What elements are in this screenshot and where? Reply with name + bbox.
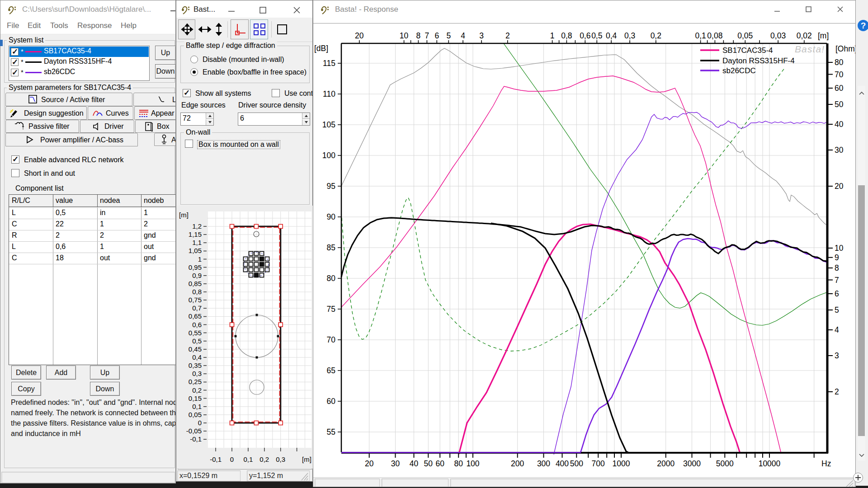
- svg-text:0,3: 0,3: [624, 31, 635, 40]
- svg-text:0,8: 0,8: [561, 31, 572, 40]
- svg-text:0,2: 0,2: [192, 386, 202, 394]
- svg-text:7: 7: [425, 31, 429, 40]
- svg-text:0,05: 0,05: [189, 411, 202, 418]
- svg-text:1: 1: [198, 255, 202, 263]
- svg-text:0: 0: [230, 455, 234, 463]
- svg-text:sb26CDC: sb26CDC: [722, 66, 756, 75]
- svg-text:7: 7: [835, 276, 839, 285]
- svg-text:0,3: 0,3: [276, 455, 285, 463]
- svg-text:SB17CAC35-4: SB17CAC35-4: [722, 46, 773, 55]
- svg-text:70: 70: [327, 335, 336, 344]
- svg-text:-0,1: -0,1: [190, 435, 202, 443]
- svg-text:4: 4: [461, 31, 465, 40]
- svg-text:6: 6: [434, 31, 439, 40]
- svg-text:55: 55: [327, 427, 335, 436]
- svg-text:400: 400: [556, 459, 569, 468]
- svg-text:0,3: 0,3: [192, 370, 202, 377]
- svg-text:10: 10: [835, 244, 844, 253]
- svg-text:110: 110: [323, 89, 335, 99]
- svg-text:8: 8: [835, 263, 839, 272]
- svg-text:[m]: [m]: [179, 211, 189, 219]
- svg-text:100: 100: [466, 459, 479, 468]
- svg-text:0,7: 0,7: [192, 304, 202, 312]
- svg-text:2: 2: [505, 31, 510, 40]
- svg-text:[Ohm]: [Ohm]: [835, 44, 856, 53]
- svg-text:0,25: 0,25: [189, 378, 202, 385]
- svg-text:115: 115: [323, 59, 335, 68]
- svg-text:1,05: 1,05: [189, 247, 202, 254]
- svg-text:80: 80: [835, 58, 844, 67]
- svg-text:2000: 2000: [657, 459, 675, 468]
- svg-text:0: 0: [198, 419, 202, 427]
- svg-text:3: 3: [479, 31, 484, 40]
- svg-text:1,1: 1,1: [192, 239, 202, 246]
- svg-text:0,02: 0,02: [797, 31, 812, 40]
- svg-text:0,03: 0,03: [770, 31, 786, 40]
- svg-text:100: 100: [322, 151, 335, 160]
- svg-text:1000: 1000: [613, 459, 630, 468]
- svg-text:-0,05: -0,05: [186, 427, 202, 435]
- svg-text:75: 75: [327, 305, 335, 314]
- svg-text:65: 65: [327, 366, 335, 375]
- svg-text:8: 8: [416, 31, 421, 40]
- svg-text:0,2: 0,2: [651, 31, 661, 40]
- svg-text:0,9: 0,9: [192, 272, 202, 279]
- svg-text:60: 60: [435, 459, 444, 468]
- svg-text:Dayton RSS315HF-4: Dayton RSS315HF-4: [722, 56, 795, 65]
- svg-text:0,95: 0,95: [189, 263, 202, 271]
- svg-text:0,2: 0,2: [259, 455, 269, 463]
- svg-text:3: 3: [835, 351, 839, 360]
- svg-text:700: 700: [592, 459, 605, 468]
- svg-text:60: 60: [835, 84, 844, 93]
- svg-text:6: 6: [835, 289, 839, 298]
- svg-text:0,1: 0,1: [695, 31, 706, 40]
- svg-text:[m]: [m]: [302, 455, 311, 463]
- svg-text:0,5: 0,5: [192, 337, 202, 345]
- svg-text:40: 40: [410, 459, 419, 468]
- svg-text:[m]: [m]: [818, 31, 829, 40]
- svg-text:0,6: 0,6: [580, 31, 590, 40]
- svg-text:0,45: 0,45: [189, 345, 202, 353]
- svg-text:200: 200: [511, 459, 524, 468]
- svg-text:80: 80: [454, 459, 463, 468]
- svg-text:30: 30: [835, 145, 844, 155]
- svg-text:0,15: 0,15: [189, 394, 202, 402]
- svg-text:50: 50: [835, 100, 844, 109]
- svg-text:1,15: 1,15: [189, 230, 202, 238]
- svg-text:85: 85: [327, 243, 335, 252]
- svg-text:0,1: 0,1: [192, 403, 202, 410]
- svg-text:20: 20: [365, 459, 374, 468]
- svg-text:500: 500: [570, 459, 583, 468]
- svg-text:0,1: 0,1: [243, 455, 253, 463]
- svg-text:0,85: 0,85: [189, 280, 202, 287]
- svg-text:9: 9: [835, 253, 839, 262]
- svg-text:5000: 5000: [716, 459, 734, 468]
- svg-text:1: 1: [550, 31, 555, 40]
- svg-text:0,8: 0,8: [192, 288, 202, 296]
- svg-text:-0,1: -0,1: [210, 455, 222, 463]
- svg-text:70: 70: [835, 70, 844, 79]
- svg-text:3000: 3000: [683, 459, 701, 468]
- svg-text:10000: 10000: [759, 459, 781, 468]
- svg-text:60: 60: [327, 397, 336, 406]
- svg-text:105: 105: [322, 120, 335, 129]
- svg-text:0,55: 0,55: [189, 329, 202, 337]
- svg-text:80: 80: [327, 274, 336, 283]
- svg-text:0,08: 0,08: [707, 31, 722, 40]
- svg-text:Hz: Hz: [821, 459, 831, 468]
- svg-text:1,2: 1,2: [192, 222, 202, 230]
- svg-text:30: 30: [391, 459, 400, 468]
- svg-text:2: 2: [835, 387, 839, 396]
- svg-text:0,5: 0,5: [591, 31, 602, 40]
- svg-text:0,4: 0,4: [192, 353, 202, 361]
- svg-text:5: 5: [446, 31, 451, 40]
- svg-text:40: 40: [835, 120, 844, 129]
- svg-text:20: 20: [355, 31, 364, 40]
- svg-text:0,35: 0,35: [189, 361, 202, 369]
- svg-text:0,6: 0,6: [192, 321, 202, 328]
- svg-text:95: 95: [327, 182, 335, 191]
- svg-text:20: 20: [835, 182, 844, 191]
- svg-text:0,75: 0,75: [189, 296, 202, 304]
- svg-text:10: 10: [400, 31, 409, 40]
- svg-text:0,05: 0,05: [737, 31, 753, 40]
